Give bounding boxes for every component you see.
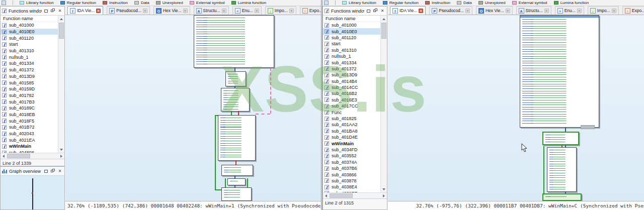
function-row[interactable]: fsub_4038E4 [323, 184, 380, 190]
function-row[interactable]: fsub_4037B6 [323, 165, 380, 171]
basic-block[interactable] [218, 115, 256, 161]
basic-block-highlighted[interactable] [542, 132, 579, 145]
tab-close-icon[interactable]: ✕ [544, 9, 549, 13]
tab-exports[interactable]: ↑Expo...✕ [300, 6, 321, 15]
function-row[interactable]: fFunc [323, 109, 380, 115]
scroll-down-icon[interactable] [58, 146, 64, 153]
function-row[interactable]: fsub_403866 [323, 171, 380, 177]
basic-block[interactable] [194, 15, 274, 68]
function-row[interactable]: fsub_4010E0 [323, 28, 380, 34]
close-icon[interactable]: ✕ [57, 168, 63, 174]
function-row[interactable]: fsub_4034FD [323, 147, 380, 153]
function-row[interactable]: fsub_4013D9 [1, 73, 58, 80]
tab-close-icon[interactable]: ✕ [255, 9, 259, 13]
float-button[interactable] [50, 168, 56, 174]
function-row[interactable]: fsub_401BA8 [323, 128, 380, 134]
functions-window-titlebar[interactable]: f Functions window ✕ [323, 7, 387, 16]
function-row[interactable]: fsub_401AA2 [323, 122, 380, 128]
function-row[interactable]: fsub_40189C [1, 105, 58, 112]
ida-view-graph[interactable] [65, 15, 321, 201]
horizontal-scrollbar[interactable] [1, 153, 64, 159]
basic-block[interactable] [520, 15, 599, 128]
scroll-left-icon[interactable] [1, 153, 7, 159]
tab-structures[interactable]: AStructu...✕ [194, 6, 229, 15]
basic-block[interactable] [227, 178, 246, 185]
graph-overview-titlebar[interactable]: Graph overview ✕ [1, 167, 64, 176]
function-row[interactable]: fsub_401B72 [1, 124, 58, 131]
function-row[interactable]: fsub_40374A [323, 159, 380, 165]
tab-structures[interactable]: AStructu...✕ [516, 6, 551, 15]
function-row[interactable]: fnullsub_1 [1, 54, 58, 60]
scroll-up-icon[interactable] [58, 16, 64, 22]
tab-pseudocode[interactable]: PPseudocod...✕ [429, 6, 472, 15]
functions-window-titlebar[interactable]: f Functions window ✕ [1, 7, 64, 16]
function-row[interactable]: fsub_401372 [1, 67, 58, 73]
function-row[interactable]: fsub_4010E0 [1, 29, 58, 35]
scroll-thumb[interactable] [7, 154, 30, 158]
function-row[interactable]: fnullsub_1 [323, 53, 380, 59]
tab-close-icon[interactable]: ✕ [289, 9, 294, 13]
basic-block-current[interactable] [542, 193, 582, 201]
function-row[interactable]: fsub_403552 [323, 153, 380, 159]
function-row[interactable]: fsub_403878 [323, 178, 380, 184]
close-icon[interactable]: ✕ [57, 8, 63, 14]
tab-pseudocode[interactable]: PPseudocod...✕ [107, 6, 150, 15]
function-row[interactable]: fsub_401310 [1, 48, 58, 54]
float-button[interactable] [50, 8, 56, 14]
function-row[interactable]: fsub_4017CC [323, 103, 380, 109]
function-row[interactable]: fwWinMain [1, 143, 58, 150]
function-row[interactable]: fsub_401310 [323, 47, 380, 53]
function-row[interactable]: fsub_402043 [1, 131, 58, 137]
function-row[interactable]: fsub_4014B4 [323, 78, 380, 84]
scroll-down-icon[interactable] [381, 186, 387, 192]
function-row[interactable]: fsub_40159D [1, 86, 58, 92]
function-row[interactable]: fwWinMain [323, 140, 380, 146]
tab-close-icon[interactable]: ✕ [612, 9, 616, 13]
scroll-up-icon[interactable] [381, 16, 387, 22]
scroll-right-icon[interactable] [58, 153, 64, 159]
horizontal-scrollbar[interactable] [323, 192, 387, 198]
vertical-scrollbar[interactable] [58, 16, 64, 153]
tab-imports[interactable]: ↓Impo...✕ [265, 6, 296, 15]
function-row[interactable]: fsub_401782 [1, 92, 58, 99]
scroll-right-icon[interactable] [381, 193, 387, 198]
basic-block[interactable] [225, 71, 246, 86]
tab-exports[interactable]: ↑Expo...✕ [622, 6, 644, 15]
tab-enums[interactable]: ≡Enu...✕ [232, 6, 262, 15]
tab-close-icon[interactable]: ✕ [96, 9, 101, 13]
tab-close-icon[interactable]: ✕ [143, 9, 147, 13]
vertical-scrollbar[interactable] [380, 16, 387, 192]
function-row[interactable]: fsub_4013D9 [323, 72, 380, 78]
tab-hex-view[interactable]: OHex Vie...✕ [476, 6, 513, 15]
scroll-left-icon[interactable] [323, 193, 329, 198]
scroll-thumb[interactable] [330, 193, 353, 198]
function-row[interactable]: fsub_4014CC [323, 84, 380, 90]
tab-close-icon[interactable]: ✕ [577, 9, 582, 13]
maximize-button[interactable] [43, 8, 49, 14]
function-row[interactable]: fsub_401334 [1, 60, 58, 67]
basic-block[interactable] [547, 147, 577, 192]
graph-scroll-fragment[interactable] [581, 125, 595, 129]
tab-close-icon[interactable]: ✕ [183, 9, 188, 13]
function-row[interactable]: fsub_401000 [1, 22, 58, 29]
tab-enums[interactable]: ≡Enu...✕ [555, 6, 584, 15]
basic-block[interactable] [221, 88, 250, 112]
function-row[interactable]: fsub_4018F5 [1, 118, 58, 124]
scroll-thumb[interactable] [59, 23, 64, 39]
function-row[interactable]: fsub_401372 [323, 66, 380, 72]
close-icon[interactable]: ✕ [379, 8, 385, 14]
function-row[interactable]: fstart [323, 41, 380, 47]
maximize-button[interactable] [43, 168, 49, 174]
tab-close-icon[interactable]: ✕ [222, 9, 226, 13]
function-row[interactable]: fsub_401000 [323, 22, 380, 28]
function-row[interactable]: fsub_4017B3 [1, 98, 58, 105]
function-row[interactable]: fsub_401585 [1, 79, 58, 86]
basic-block[interactable] [221, 187, 252, 201]
function-row[interactable]: fsub_401334 [323, 59, 380, 65]
scroll-thumb[interactable] [381, 23, 386, 39]
tab-ida-view[interactable]: IIDA Vie...✕ [67, 6, 103, 15]
float-button[interactable] [372, 8, 378, 14]
tab-close-icon[interactable]: ✕ [465, 9, 470, 13]
tab-close-icon[interactable]: ✕ [419, 9, 423, 13]
function-row[interactable]: fsub_401D4E [323, 134, 380, 140]
